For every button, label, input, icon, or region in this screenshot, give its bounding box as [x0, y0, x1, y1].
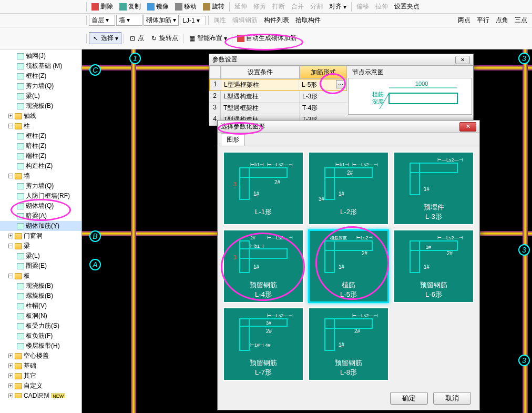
select-button[interactable]: ↖选择 ▾	[89, 32, 121, 44]
tree-framecol2[interactable]: 框柱(Z)	[0, 131, 81, 141]
tree-slabhole[interactable]: 板洞(N)	[0, 311, 81, 321]
tree-hiddenbeam[interactable]: 暗梁(A)	[0, 211, 81, 221]
tree-castslab[interactable]: 现浇板(B)	[0, 101, 81, 111]
tree-slabbearing[interactable]: 板受力筋(S)	[0, 321, 81, 331]
masonry-select[interactable]: 砌体加筋 ▾	[144, 15, 179, 26]
tree-colcap[interactable]: 柱帽(V)	[0, 301, 81, 311]
svg-text:3#: 3#	[266, 320, 271, 326]
copy-button[interactable]: 复制	[117, 1, 144, 12]
figure-l3[interactable]: ⊢—Ls2—⊣1# 预埋件 L-3形	[393, 152, 474, 225]
ok-button[interactable]: 确定	[390, 392, 428, 405]
wall-select[interactable]: 墙 ▾	[116, 15, 142, 26]
svg-text:⊢Ls2⊣: ⊢Ls2⊣	[356, 235, 373, 240]
tree-shearwall2[interactable]: 剪力墙(Q)	[0, 181, 81, 191]
figure-l2[interactable]: ⊢b1⊣⊢—Ls2—⊣2#1#3# L-2形	[308, 152, 389, 225]
param-dialog-titlebar[interactable]: 参数设置 ✕	[209, 54, 473, 66]
figure-l4[interactable]: 2#⊢—Ls2—⊣⊢b1⊣1#3 预留钢筋 L-4形	[223, 229, 304, 303]
svg-text:1000: 1000	[415, 80, 428, 87]
tree-castslab2[interactable]: 现浇板(B)	[0, 281, 81, 291]
cancel-button[interactable]: 取消	[433, 392, 471, 405]
tree-masonry-reinforce[interactable]: 砌体加筋(Y)	[0, 221, 81, 231]
col-rebarshape[interactable]: 加筋形式	[300, 66, 347, 79]
mirror-icon	[147, 3, 155, 11]
align-button[interactable]: 对齐 ▾	[326, 1, 349, 12]
point-button[interactable]: ⊡点	[126, 33, 147, 44]
component-tree: −常用构件类型 轴网(J) 筏板基础 (M) 框柱(Z) 剪力墙(Q) 梁(L)…	[0, 40, 81, 398]
tree-slabneg[interactable]: 板负筋(F)	[0, 331, 81, 341]
svg-text:⊢—Ls2—⊣: ⊢—Ls2—⊣	[352, 162, 378, 167]
param-dialog-title: 参数设置	[212, 55, 238, 64]
tree-ringbeam[interactable]: 圈梁(E)	[0, 261, 81, 271]
tree-hollowfloor[interactable]: +空心楼盖	[0, 351, 81, 361]
tree-column[interactable]: −柱	[0, 121, 81, 131]
tree-endcol[interactable]: 端柱(Z)	[0, 151, 81, 161]
svg-rect-6	[240, 168, 287, 177]
tree-beam[interactable]: 梁(L)	[0, 91, 81, 101]
mirror-button[interactable]: 镜像	[145, 1, 171, 12]
svg-rect-14	[325, 168, 334, 199]
svg-text:3#: 3#	[319, 196, 325, 202]
tree-masonwall[interactable]: 砌体墙(Q)	[0, 201, 81, 211]
rotate-icon	[203, 3, 210, 11]
setclamp-button[interactable]: 设置夹点	[392, 1, 422, 12]
tree-cad[interactable]: +CAD识别 NEW	[0, 391, 81, 398]
threepoints-button[interactable]: 三点	[512, 15, 530, 26]
figure-l1[interactable]: ⊢b1⊣⊢—Ls2—⊣2#1#3 L-1形	[223, 152, 304, 225]
axis-3c: 3	[518, 355, 530, 366]
svg-rect-31	[325, 241, 372, 250]
svg-rect-37	[410, 241, 457, 250]
componentlist-button[interactable]: 构件列表	[261, 15, 292, 26]
tree-raft[interactable]: 筏板基础 (M)	[0, 61, 81, 71]
rotatepoint-button[interactable]: ↻旋转点	[148, 33, 181, 44]
toolbar-3: ↖选择 ▾ ⊡点 ↻旋转点 ▦智能布置 ▾ 自动生成砌体加筋	[0, 27, 532, 49]
svg-text:⊢b1⊣: ⊢b1⊣	[335, 162, 349, 167]
tree-constrcol[interactable]: 构造柱(Z)	[0, 161, 81, 171]
tree-wall[interactable]: −墙	[0, 171, 81, 181]
tree-airdefense[interactable]: 人防门框墙(RF)	[0, 191, 81, 201]
figure-dialog-titlebar[interactable]: 选择参数化图形 ✕	[218, 120, 479, 133]
pickcomponent-button[interactable]: 拾取构件	[293, 15, 323, 26]
rotate-button[interactable]: 旋转	[200, 1, 227, 12]
figure-l5[interactable]: 植筋深度⊢Ls2⊣2#1# 植筋 L-5形	[308, 229, 389, 303]
tree-doorwindow[interactable]: +门窗洞	[0, 231, 81, 241]
figure-dialog-close[interactable]: ✕	[459, 122, 476, 132]
tree-spiralslab[interactable]: 螺旋板(B)	[0, 291, 81, 301]
tree-floorstrip[interactable]: 楼层板带(H)	[0, 341, 81, 351]
move-button[interactable]: 移动	[172, 1, 199, 12]
svg-text:植筋: 植筋	[372, 91, 384, 97]
parallel-button[interactable]: 平行	[474, 15, 492, 26]
twopoints-button[interactable]: 两点	[455, 15, 473, 26]
tree-custom[interactable]: +自定义	[0, 381, 81, 391]
smartlayout-button[interactable]: ▦智能布置 ▾	[186, 33, 230, 44]
autogenerate-button[interactable]: 自动生成砌体加筋	[234, 33, 299, 44]
delete-button[interactable]: 删除	[89, 1, 116, 12]
new-badge: NEW	[51, 393, 65, 398]
svg-text:3: 3	[233, 255, 237, 260]
pointangle-button[interactable]: 点角	[493, 15, 511, 26]
figure-grid: ⊢b1⊣⊢—Ls2—⊣2#1#3 L-1形 ⊢b1⊣⊢—Ls2—⊣2#1#3# …	[218, 146, 479, 386]
tree-axisline[interactable]: +轴线	[0, 111, 81, 121]
tree-beam2[interactable]: 梁(L)	[0, 251, 81, 261]
lj-select[interactable]: LJ-1 ▾	[180, 16, 206, 25]
tree-axis[interactable]: 轴网(J)	[0, 51, 81, 61]
ellipsis-button[interactable]: ⋯	[336, 80, 345, 88]
svg-text:⊢—Ls2—⊣: ⊢—Ls2—⊣	[267, 162, 293, 167]
floor-select[interactable]: 首层 ▾	[89, 15, 115, 26]
col-setcond[interactable]: 设置条件	[221, 66, 300, 79]
tree-other[interactable]: +其它	[0, 371, 81, 381]
tree-hiddencol[interactable]: 暗柱(Z)	[0, 141, 81, 151]
tree-framecol[interactable]: 框柱(Z)	[0, 71, 81, 81]
toolbar-2: 首层 ▾ 墙 ▾ 砌体加筋 ▾ LJ-1 ▾ 属性 编辑钢筋 构件列表 拾取构件…	[0, 14, 532, 27]
stretch-button: 拉伸	[373, 1, 391, 12]
figure-tab[interactable]: 图形	[221, 133, 245, 146]
svg-rect-21	[410, 163, 420, 195]
tree-shearwall[interactable]: 剪力墙(Q)	[0, 81, 81, 91]
figure-l7[interactable]: ⊢—Ls2—⊣3#2#⊢1#⊣ 4# 预留钢筋 L-7形	[223, 307, 304, 381]
param-dialog-close[interactable]: ✕	[455, 56, 470, 64]
tree-foundation[interactable]: +基础	[0, 361, 81, 371]
tree-beamcat[interactable]: −梁	[0, 241, 81, 251]
tree-slab[interactable]: −板	[0, 271, 81, 281]
figure-l6[interactable]: ⊢—Ls2—⊣3#2#1# 预留钢筋 L-6形	[393, 229, 474, 303]
figure-l8[interactable]: ⊢—Ls2—⊣2#1# 预留钢筋 L-8形	[308, 307, 389, 381]
svg-text:1#: 1#	[424, 264, 430, 270]
